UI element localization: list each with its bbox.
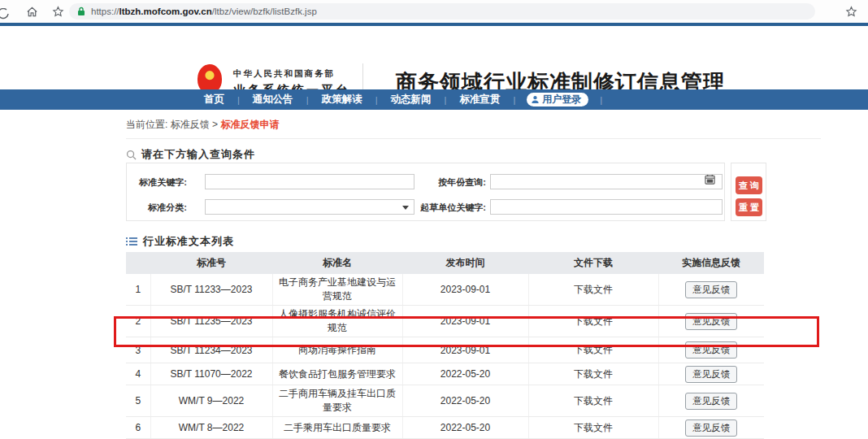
standard-name: 二手商用车辆及挂车出口质量要求 [272,385,402,417]
breadcrumb-divider [126,138,821,139]
bookmark-star-icon-left[interactable] [49,2,67,20]
breadcrumb-section[interactable]: 标准反馈 [171,119,210,130]
org-input[interactable] [490,199,723,215]
standards-table: 标准号 标准名 发布时间 文件下载 实施信息反馈 1 SB/T 11233—20… [126,252,764,439]
year-input[interactable] [490,174,723,189]
breadcrumb-current: 标准反馈申请 [220,119,279,130]
standard-code: WM/T 9—2022 [150,385,272,417]
url-text: https://ltbzh.mofcom.gov.cn/ltbz/view/bz… [91,7,317,16]
reset-button[interactable]: 重 置 [736,198,762,216]
standard-code: SB/T 11234—2023 [150,337,272,363]
query-button[interactable]: 查 询 [736,176,762,194]
ministry-name: 中华人民共和国商务部 [233,68,350,80]
standard-code: SB/T 11070—2022 [150,363,272,385]
feedback-button[interactable]: 意见反馈 [685,419,737,437]
nav-item-notices[interactable]: 通知公告 [248,93,298,106]
browser-toolbar: https://ltbzh.mofcom.gov.cn/ltbz/view/bz… [0,0,868,23]
col-code: 标准号 [150,252,272,274]
download-link[interactable]: 下载文件 [574,315,613,327]
nav-separator: | [229,95,248,105]
feedback-button[interactable]: 意见反馈 [685,281,737,298]
download-link[interactable]: 下载文件 [574,422,613,433]
page: https://ltbzh.mofcom.gov.cn/ltbz/view/bz… [0,0,868,439]
table-row-highlighted: 3 SB/T 11234—2023 商场消毒操作指南 2023-09-01 下载… [126,337,764,363]
search-section-title: 请在下方输入查询条件 [126,147,255,162]
feedback-button[interactable]: 意见反馈 [685,313,737,330]
year-label: 按年份查询: [432,176,486,189]
table-row: 2 SB/T 11235—2023 人像摄影服务机构诚信评价规范 2023-09… [126,306,764,337]
table-row: 4 SB/T 11070—2022 餐饮食品打包服务管理要求 2022-05-2… [126,363,764,385]
row-index: 2 [126,306,150,337]
download-link[interactable]: 下载文件 [574,284,613,295]
nav-separator: | [505,95,523,105]
publish-date: 2023-09-01 [402,274,528,306]
nav-separator: | [298,95,317,105]
list-icon [126,236,137,247]
row-index: 5 [126,385,150,417]
breadcrumb: 当前位置: 标准反馈 > 标准反馈申请 [126,118,279,132]
standard-code: SB/T 11235—2023 [150,306,272,337]
nav-item-home[interactable]: 首页 [199,93,229,106]
search-icon [126,150,137,160]
category-select[interactable] [205,199,414,215]
standard-name: 餐饮食品打包服务管理要求 [272,363,402,385]
table-row: 6 WM/T 8—2022 二手乘用车出口质量要求 2022-05-20 下载文… [126,417,764,439]
col-download: 文件下载 [528,252,658,274]
col-index [126,252,150,274]
standard-name: 商场消毒操作指南 [272,337,402,363]
row-index: 4 [126,363,150,385]
table-section-title: 行业标准文本列表 [126,234,234,249]
publish-date: 2023-09-01 [402,306,528,337]
nav-item-policy[interactable]: 政策解读 [317,93,367,106]
publish-date: 2022-05-20 [402,417,528,439]
nav-item-news[interactable]: 动态新闻 [386,93,436,106]
table-header-row: 标准号 标准名 发布时间 文件下载 实施信息反馈 [126,252,764,274]
breadcrumb-prefix: 当前位置: [126,119,167,130]
download-link[interactable]: 下载文件 [574,395,613,406]
search-title-label: 请在下方输入查询条件 [141,147,255,162]
nav-separator: | [436,95,455,105]
row-index: 6 [126,417,150,439]
standard-name: 人像摄影服务机构诚信评价规范 [272,306,402,337]
site-header: ★ 中华人民共和国商务部 业务系统统一平台 商务领域行业标准制修订信息管理 [0,26,868,89]
col-date: 发布时间 [402,252,528,274]
standard-code: SB/T 11233—2023 [150,274,272,306]
publish-date: 2022-05-20 [402,363,528,385]
user-icon [531,95,540,104]
main-nav: 首页 | 通知公告 | 政策解读 | 动态新闻 | 标准宣贯 | 用户登录 | [0,89,868,110]
keyword-input[interactable] [205,174,414,189]
secure-lock-icon[interactable] [77,7,85,16]
nav-separator: | [592,95,610,105]
home-icon[interactable] [23,2,41,20]
standard-code: WM/T 8—2022 [150,417,272,439]
search-form: 标准关键字: 按年份查询: 标准分类: 起草单位关键字: [126,163,725,221]
col-name: 标准名 [272,252,402,274]
calendar-icon[interactable] [705,174,715,185]
nav-separator: | [367,95,386,105]
download-link[interactable]: 下载文件 [574,344,613,355]
row-index: 1 [126,274,150,306]
feedback-button[interactable]: 意见反馈 [685,341,737,359]
row-index: 3 [126,337,150,363]
table-row: 5 WM/T 9—2022 二手商用车辆及挂车出口质量要求 2022-05-20… [126,385,764,417]
feedback-button[interactable]: 意见反馈 [685,366,737,383]
table-row: 1 SB/T 11233—2023 电子商务产业基地建设与运营规范 2023-0… [126,274,764,306]
org-label: 起草单位关键字: [408,202,486,214]
user-login-label: 用户登录 [542,93,581,106]
clipped-toolbar-icon [0,5,13,23]
standard-name: 电子商务产业基地建设与运营规范 [272,274,402,306]
user-login-button[interactable]: 用户登录 [527,93,588,106]
keyword-label: 标准关键字: [133,176,187,189]
standard-name: 二手乘用车出口质量要求 [272,417,402,439]
col-feedback: 实施信息反馈 [658,252,764,274]
search-buttons-panel: 查 询 重 置 [731,163,766,221]
breadcrumb-separator: > [212,119,218,130]
category-label: 标准分类: [133,202,187,214]
nav-item-standards[interactable]: 标准宣贯 [454,93,505,106]
publish-date: 2022-05-20 [402,385,528,417]
table-title-label: 行业标准文本列表 [143,234,234,249]
bookmark-star-icon-right[interactable] [842,2,860,20]
address-bar[interactable]: https://ltbzh.mofcom.gov.cn/ltbz/view/bz… [69,3,815,20]
feedback-button[interactable]: 意见反馈 [685,393,737,410]
download-link[interactable]: 下载文件 [574,368,613,380]
